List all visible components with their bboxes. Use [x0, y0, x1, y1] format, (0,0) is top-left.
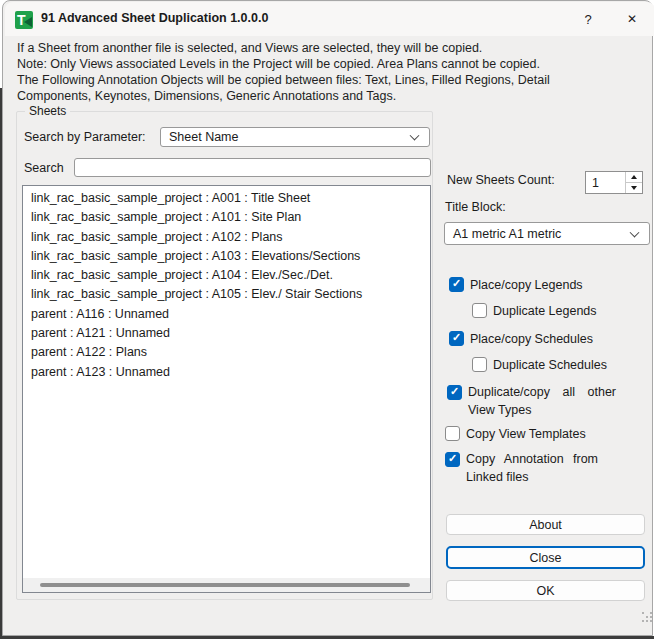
checkbox-label: Place/copy Schedules	[470, 331, 593, 347]
chevron-down-icon	[410, 131, 420, 141]
chevron-down-icon	[630, 227, 640, 237]
horizontal-scrollbar[interactable]	[23, 578, 430, 592]
sheet-list: link_rac_basic_sample_project : A001 : T…	[23, 189, 430, 382]
list-item[interactable]: link_rac_basic_sample_project : A104 : E…	[23, 266, 430, 285]
parameter-combobox[interactable]: Sheet Name	[160, 127, 430, 147]
spinner-up-button[interactable]	[626, 172, 642, 183]
list-item[interactable]: parent : A123 : Unnamed	[23, 363, 430, 382]
title-block-label: Title Block:	[445, 200, 506, 214]
checkbox-label: Duplicate Legends	[493, 303, 597, 319]
intro-line-2: Note: Only Views associated Levels in th…	[17, 56, 550, 72]
triangle-up-icon	[631, 175, 637, 179]
spinner-down-button[interactable]	[626, 183, 642, 194]
title-block-combobox[interactable]: A1 metric A1 metric	[444, 222, 650, 245]
list-item[interactable]: link_rac_basic_sample_project : A103 : E…	[23, 247, 430, 266]
checkbox-box[interactable]	[445, 426, 460, 441]
resize-grip[interactable]	[642, 612, 644, 614]
list-item[interactable]: parent : A121 : Unnamed	[23, 324, 430, 343]
intro-text: If a Sheet from anonther file is selecte…	[17, 40, 550, 104]
app-icon-triangle	[24, 17, 32, 27]
title-block-combobox-value: A1 metric A1 metric	[453, 227, 561, 241]
checkbox-box[interactable]	[472, 357, 487, 372]
screenshot-stage: T 91 Advanced Sheet Duplication 1.0.0.0 …	[0, 0, 654, 639]
intro-line-1: If a Sheet from anonther file is selecte…	[17, 40, 550, 56]
checkbox-box[interactable]	[447, 385, 462, 400]
intro-line-3: The Following Annotation Objects will be…	[17, 72, 550, 88]
search-input[interactable]	[74, 158, 431, 177]
new-sheets-count-stepper[interactable]: 1	[585, 171, 643, 194]
triangle-down-icon	[631, 186, 637, 190]
search-label: Search	[24, 161, 64, 175]
sheet-listbox[interactable]: link_rac_basic_sample_project : A001 : T…	[22, 185, 431, 593]
list-item[interactable]: link_rac_basic_sample_project : A101 : S…	[23, 208, 430, 227]
list-item[interactable]: parent : A116 : Unnamed	[23, 305, 430, 324]
checkbox-box[interactable]	[445, 452, 460, 467]
close-window-button[interactable]: ✕	[615, 4, 649, 34]
checkbox-label: Duplicate/copy all other View Types	[468, 383, 616, 419]
checkbox-box[interactable]	[472, 303, 487, 318]
window-title: 91 Advanced Sheet Duplication 1.0.0.0	[41, 11, 268, 25]
title-bar: T 91 Advanced Sheet Duplication 1.0.0.0 …	[5, 2, 654, 36]
new-sheets-count-value: 1	[592, 176, 599, 190]
new-sheets-count-label: New Sheets Count:	[447, 173, 555, 187]
app-icon: T	[15, 11, 33, 29]
checkbox-label: Copy Annotation from Linked files	[466, 450, 598, 486]
list-item[interactable]: link_rac_basic_sample_project : A105 : E…	[23, 285, 430, 304]
help-button[interactable]: ?	[571, 4, 605, 34]
scrollbar-thumb[interactable]	[40, 583, 410, 587]
ok-button[interactable]: OK	[446, 580, 645, 601]
parameter-combobox-value: Sheet Name	[169, 130, 238, 144]
sheets-group-label: Sheets	[25, 104, 70, 118]
checkbox-label: Duplicate Schedules	[493, 357, 607, 373]
list-item[interactable]: parent : A122 : Plans	[23, 343, 430, 362]
checkbox-box[interactable]	[449, 331, 464, 346]
checkbox-label: Copy View Templates	[466, 426, 586, 442]
intro-line-4: Components, Keynotes, Dimensions, Generi…	[17, 88, 550, 104]
list-item[interactable]: link_rac_basic_sample_project : A001 : T…	[23, 189, 430, 208]
about-button[interactable]: About	[446, 514, 645, 535]
close-button[interactable]: Close	[446, 546, 645, 569]
checkbox-box[interactable]	[449, 277, 464, 292]
checkbox-label: Place/copy Legends	[470, 277, 583, 293]
search-by-parameter-label: Search by Parameter:	[24, 130, 146, 144]
list-item[interactable]: link_rac_basic_sample_project : A102 : P…	[23, 228, 430, 247]
